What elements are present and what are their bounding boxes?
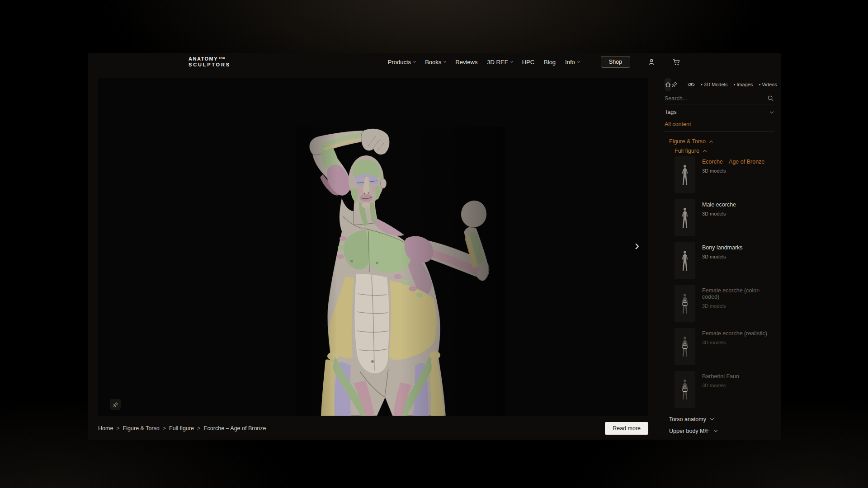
cart-icon[interactable] xyxy=(673,59,680,66)
pushpin-icon xyxy=(671,81,678,88)
read-more-button[interactable]: Read more xyxy=(605,422,648,435)
breadcrumb: Home > Figure & Torso > Full figure > Ec… xyxy=(98,425,266,432)
nav-label: Blog xyxy=(544,59,556,66)
filter-images[interactable]: •Images xyxy=(733,82,753,87)
all-content-link[interactable]: All content xyxy=(665,121,774,129)
logo-line1: ANATOMY xyxy=(189,56,218,61)
sidebar-section-upper-body[interactable]: Upper body M/F xyxy=(669,426,774,436)
main-nav: Products Books Reviews 3D REF HPC Blog I… xyxy=(388,56,680,68)
subcategory-full-figure[interactable]: Full figure xyxy=(675,147,774,155)
item-thumbnail xyxy=(675,371,695,408)
filter-label: 3D Models xyxy=(704,82,728,87)
sidebar-divider xyxy=(665,131,774,131)
nav-label: Books xyxy=(425,59,441,66)
item-title: Barberini Faun xyxy=(702,373,739,380)
lock-icon xyxy=(681,342,689,350)
item-type: 3D models xyxy=(702,340,767,345)
list-item-bony-landmarks[interactable]: Bony landmarks 3D models xyxy=(675,242,774,285)
nav-hpc[interactable]: HPC xyxy=(522,59,534,66)
item-type: 3D models xyxy=(702,383,739,388)
bullet-icon: • xyxy=(701,82,703,87)
item-title: Bony landmarks xyxy=(702,244,743,251)
figure-thumb-icon xyxy=(679,200,690,235)
nav-blog[interactable]: Blog xyxy=(544,59,556,66)
list-item-ecorche-age-of-bronze[interactable]: Ecorche – Age of Bronze 3D models xyxy=(675,156,774,199)
model-list: Ecorche – Age of Bronze 3D models Male e… xyxy=(675,156,774,414)
section-label: Upper body M/F xyxy=(669,428,710,434)
item-thumbnail xyxy=(675,242,695,279)
category-figure-torso[interactable]: Figure & Torso xyxy=(669,137,774,145)
model-viewer-canvas[interactable]: › xyxy=(98,78,648,416)
home-icon xyxy=(665,81,671,88)
subcategory-label: Full figure xyxy=(675,148,699,154)
chevron-up-icon xyxy=(709,140,713,144)
search-icon[interactable] xyxy=(767,95,774,102)
tags-label: Tags xyxy=(665,109,676,115)
item-title: Female ecorche (color-coded) xyxy=(702,287,774,300)
figure-thumb-icon xyxy=(679,157,690,192)
breadcrumb-subcategory[interactable]: Full figure xyxy=(169,425,194,432)
list-item-female-ecorche-color-coded[interactable]: Female ecorche (color-coded) 3D models xyxy=(675,285,774,328)
logo-line2: SCULPTORS xyxy=(189,62,231,67)
item-type: 3D models xyxy=(702,168,764,174)
breadcrumb-current[interactable]: Ecorche – Age of Bronze xyxy=(203,425,266,432)
account-icon[interactable] xyxy=(648,58,655,66)
bullet-icon: • xyxy=(759,82,760,87)
filter-3d-models[interactable]: •3D Models xyxy=(701,82,727,87)
item-thumbnail xyxy=(675,156,695,193)
filter-label: Images xyxy=(736,82,753,87)
breadcrumb-separator: > xyxy=(194,425,203,432)
sidebar-section-torso-anatomy[interactable]: Torso anatomy xyxy=(669,414,774,424)
item-type: 3D models xyxy=(702,254,743,259)
nav-label: Reviews xyxy=(455,59,477,66)
tags-dropdown[interactable]: Tags xyxy=(665,107,774,117)
logo-for: FOR xyxy=(219,57,225,60)
logo[interactable]: ANATOMYFOR SCULPTORS xyxy=(189,56,231,67)
ecorche-figure xyxy=(297,127,505,416)
nav-products[interactable]: Products xyxy=(388,59,415,66)
lock-icon xyxy=(681,385,689,393)
nav-books[interactable]: Books xyxy=(425,59,446,66)
visibility-toggle[interactable] xyxy=(688,82,695,87)
item-thumbnail xyxy=(675,199,695,236)
chevron-down-icon xyxy=(710,417,714,420)
nav-label: 3D REF xyxy=(487,59,508,66)
chevron-down-icon xyxy=(413,60,416,63)
site-header: ANATOMYFOR SCULPTORS Products Books Revi… xyxy=(88,53,781,70)
bullet-icon: • xyxy=(733,82,735,87)
breadcrumb-home[interactable]: Home xyxy=(98,425,113,432)
chevron-down-icon xyxy=(577,60,580,63)
item-type: 3D models xyxy=(702,303,774,309)
filter-videos[interactable]: •Videos xyxy=(759,82,777,87)
chevron-down-icon xyxy=(510,60,513,63)
nav-info[interactable]: Info xyxy=(565,59,580,66)
chevron-down-icon xyxy=(770,109,774,113)
nav-label: Products xyxy=(388,59,411,66)
item-type: 3D models xyxy=(702,211,736,216)
item-title: Ecorche – Age of Bronze xyxy=(702,159,764,165)
next-model-button[interactable]: › xyxy=(632,236,642,255)
search-bar xyxy=(665,93,774,104)
sidebar-toolbar: •3D Models •Images •Videos xyxy=(665,78,774,91)
figure-thumb-icon xyxy=(679,243,690,278)
chevron-down-icon xyxy=(443,60,446,63)
chevron-down-icon xyxy=(713,428,717,432)
list-item-female-ecorche-realistic[interactable]: Female ecorche (realistic) 3D models xyxy=(675,328,774,371)
pinned-button[interactable] xyxy=(671,78,678,91)
search-input[interactable] xyxy=(665,95,767,102)
item-title: Female ecorche (realistic) xyxy=(702,330,767,337)
list-item-barberini-faun[interactable]: Barberini Faun 3D models xyxy=(675,371,774,414)
nav-label: HPC xyxy=(522,59,534,66)
shop-button[interactable]: Shop xyxy=(601,56,630,68)
item-title: Male ecorche xyxy=(702,202,736,208)
nav-3d-ref[interactable]: 3D REF xyxy=(487,59,512,66)
lock-icon xyxy=(681,299,689,307)
breadcrumb-category[interactable]: Figure & Torso xyxy=(123,425,160,432)
section-label: Torso anatomy xyxy=(669,416,706,422)
pin-view-button[interactable] xyxy=(110,399,121,410)
nav-reviews[interactable]: Reviews xyxy=(455,59,477,66)
breadcrumb-separator: > xyxy=(160,425,169,432)
home-button[interactable] xyxy=(665,78,671,91)
item-thumbnail xyxy=(675,328,695,365)
list-item-male-ecorche[interactable]: Male ecorche 3D models xyxy=(675,199,774,242)
